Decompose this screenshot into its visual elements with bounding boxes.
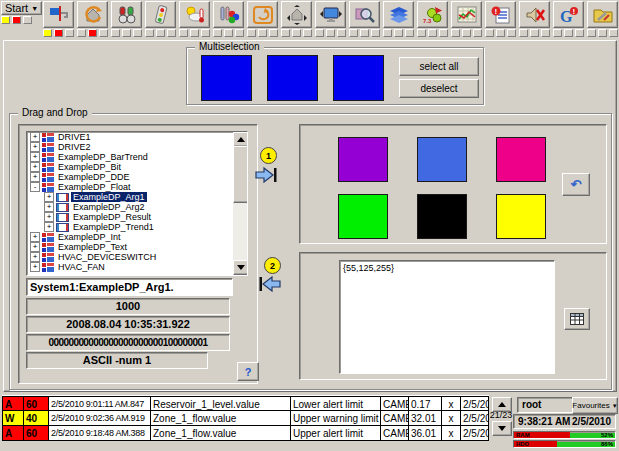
expander-icon[interactable]: + (30, 172, 40, 182)
tree-item[interactable]: +ExampleDP_DDE (27, 172, 247, 182)
tree-item[interactable]: +ExampleDP_Bit (27, 162, 247, 172)
tree-item-label: ExampleDP_Arg2 (71, 202, 147, 212)
tree-item[interactable]: +ExampleDP_Text (27, 242, 247, 252)
g-alert-button[interactable]: G! (553, 1, 584, 28)
color-square[interactable] (496, 194, 546, 239)
project-refresh-button[interactable] (77, 1, 108, 28)
status-led (417, 29, 426, 37)
expander-icon[interactable]: + (30, 142, 40, 152)
expander-icon[interactable]: + (30, 262, 40, 272)
tree-scrollbar[interactable] (233, 132, 247, 275)
expander-icon[interactable]: + (44, 222, 54, 232)
weather-station-button[interactable] (179, 1, 210, 28)
tree-item-label: DRIVE1 (56, 132, 93, 142)
datapoint-icon (42, 243, 54, 252)
deselect-button[interactable]: deselect (399, 79, 479, 98)
home-nav-button[interactable] (281, 1, 312, 28)
drag-and-drop-group: Drag and Drop +DRIVE1 +DRIVE2 +ExampleDP… (9, 113, 612, 390)
status-led (281, 29, 290, 37)
zoom-panel-button[interactable] (349, 1, 380, 28)
plant-button[interactable] (43, 1, 74, 28)
color-square[interactable] (496, 137, 546, 182)
tree-item[interactable]: +ExampleDP_Arg1 (27, 192, 247, 202)
alarm-page-down-button[interactable] (492, 421, 512, 436)
ack-cell[interactable]: x (442, 396, 461, 411)
status-led (451, 29, 460, 37)
status-led (77, 29, 86, 37)
color-square[interactable] (338, 137, 388, 182)
scroll-down-button[interactable] (233, 260, 248, 275)
trend-chart-button[interactable] (451, 1, 482, 28)
tree-item[interactable]: +ExampleDP_Int (27, 232, 247, 242)
status-led (235, 29, 244, 37)
alarm-row[interactable]: W 40 2/5/2010 9:02:36 AM.919 Zone_1_flow… (2, 411, 489, 426)
application-window: Start ▼ (0, 0, 619, 451)
tree-item[interactable]: +ExampleDP_BarTrend (27, 152, 247, 162)
expander-icon[interactable]: + (30, 162, 40, 172)
console-button[interactable] (111, 1, 142, 28)
tree-item[interactable]: +HVAC_FAN (27, 262, 247, 272)
color-square[interactable] (417, 137, 467, 182)
selection-square[interactable] (333, 55, 384, 101)
dp-name-input[interactable]: System1:ExampleDP_Arg1. (26, 278, 233, 296)
scroll-up-button[interactable] (233, 132, 248, 147)
triangle-down-icon (237, 265, 245, 270)
status-led (428, 29, 437, 37)
tree-item[interactable]: +ExampleDP_Arg2 (27, 202, 247, 212)
table-view-button[interactable] (564, 308, 590, 330)
tree-item[interactable]: +DRIVE1 (27, 132, 247, 142)
expander-icon[interactable]: + (30, 252, 40, 262)
expander-icon[interactable]: + (30, 132, 40, 142)
value-cell: 32.01 (409, 411, 442, 426)
ack-cell[interactable]: x (442, 426, 461, 441)
expander-icon[interactable]: + (44, 202, 54, 212)
selection-square[interactable] (201, 55, 252, 101)
drop-left-arrow-icon (258, 275, 282, 293)
group-title: Drag and Drop (18, 107, 92, 118)
alarm-panel-button[interactable]: ! (485, 1, 516, 28)
mute-button[interactable] (519, 1, 550, 28)
expander-icon[interactable]: - (30, 182, 40, 192)
status-led (145, 29, 154, 37)
traffic-light-button[interactable] (145, 1, 176, 28)
tree-item[interactable]: -ExampleDP_Float (27, 182, 247, 192)
expander-icon[interactable]: + (30, 232, 40, 242)
favourites-label: Favourites (572, 401, 609, 410)
ack-cell[interactable]: x (442, 411, 461, 426)
expander-icon[interactable]: + (44, 212, 54, 222)
table-icon (570, 313, 584, 325)
ram-label: RAM (516, 432, 530, 439)
alarm-row[interactable]: A 60 2/5/2010 9:18:48 AM.388 Zone_1_flow… (2, 426, 489, 441)
alarm-row[interactable]: A 60 2/5/2010 9:01:11 AM.847 Reservoir_1… (2, 396, 489, 411)
expander-icon[interactable]: + (30, 152, 40, 162)
screen-switch-button[interactable] (315, 1, 346, 28)
reset-colors-button[interactable]: ↶ (562, 173, 590, 196)
color-square[interactable] (338, 194, 388, 239)
format-help-button[interactable]: ? (237, 362, 259, 381)
status-led (394, 29, 403, 37)
datapoint-cell: Zone_1_flow.value (151, 411, 291, 426)
color-square[interactable] (417, 194, 467, 239)
selection-square[interactable] (267, 55, 318, 101)
color-selector-icon (218, 5, 240, 25)
datapoint-tree[interactable]: +DRIVE1 +DRIVE2 +ExampleDP_BarTrend +Exa… (26, 131, 248, 276)
start-button[interactable]: Start ▼ (1, 1, 42, 15)
tree-item[interactable]: +ExampleDP_Trend1 (27, 222, 247, 232)
color-selector-button[interactable] (213, 1, 244, 28)
user-field[interactable]: root (517, 397, 573, 413)
engineering-button[interactable] (587, 1, 618, 28)
expander-icon[interactable]: + (30, 242, 40, 252)
unit-convert-button[interactable]: 7.3 (417, 1, 448, 28)
datapoint-cell: Reservoir_1_level.value (151, 396, 291, 411)
tree-item[interactable]: +HVAC_DEVICESWITCH (27, 252, 247, 262)
value-list-textarea[interactable]: {55,125,255} (339, 260, 555, 374)
expander-icon[interactable]: + (44, 192, 54, 202)
status-led (179, 29, 188, 37)
tree-item[interactable]: +DRIVE2 (27, 142, 247, 152)
scrollbar-thumb[interactable] (233, 146, 248, 203)
tree-item[interactable]: +ExampleDP_Result (27, 212, 247, 222)
refresh-button[interactable] (247, 1, 278, 28)
layers-button[interactable] (383, 1, 414, 28)
favourites-dropdown[interactable]: Favourites ▼ (572, 397, 618, 414)
select-all-button[interactable]: select all (399, 57, 479, 76)
